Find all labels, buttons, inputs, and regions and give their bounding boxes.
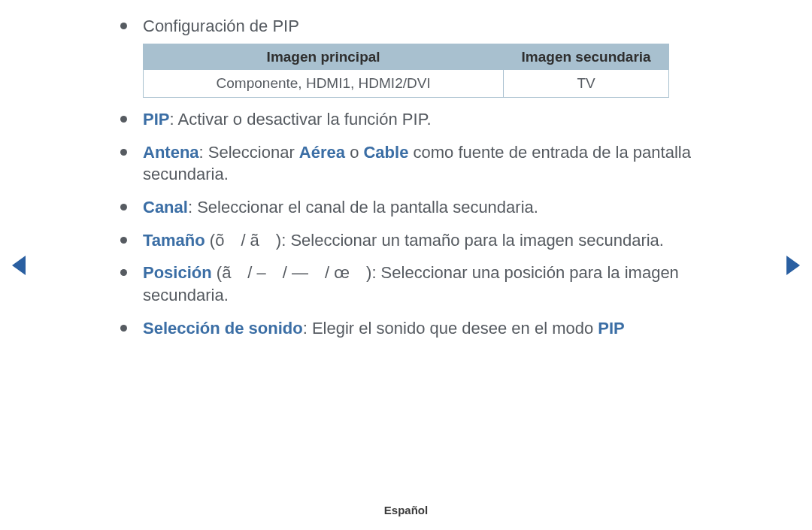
bullet-posicion: Posición (ã / – / — / œ ): Seleccionar u… bbox=[120, 262, 752, 306]
svg-marker-0 bbox=[12, 256, 26, 275]
label-canal: Canal bbox=[143, 198, 188, 217]
label-pip: PIP bbox=[143, 110, 169, 129]
label-tamano: Tamaño bbox=[143, 231, 205, 250]
symbols-posicion: (ã / – / — / œ ) bbox=[212, 263, 372, 282]
prev-page-arrow[interactable] bbox=[11, 254, 27, 277]
pip-table: Imagen principal Imagen secundaria Compo… bbox=[143, 44, 669, 98]
antena-pre: : Seleccionar bbox=[199, 143, 299, 162]
symbols-tamano: (õ / ã ) bbox=[205, 231, 281, 250]
antena-opt1: Aérea bbox=[299, 143, 345, 162]
triangle-left-icon bbox=[11, 254, 27, 277]
desc-pip: : Activar o desactivar la función PIP. bbox=[169, 110, 431, 129]
footer-language: Español bbox=[0, 503, 812, 518]
triangle-right-icon bbox=[785, 254, 801, 277]
desc-sonido: : Elegir el sonido que desee en el modo bbox=[303, 319, 598, 338]
bullet-canal: Canal: Seleccionar el canal de la pantal… bbox=[120, 196, 752, 219]
bullet-pip: PIP: Activar o desactivar la función PIP… bbox=[120, 108, 752, 131]
label-antena: Antena bbox=[143, 143, 199, 162]
bullet-tamano: Tamaño (õ / ã ): Seleccionar un tamaño p… bbox=[120, 229, 752, 252]
desc-canal: : Seleccionar el canal de la pantalla se… bbox=[188, 198, 538, 217]
table-header-row: Imagen principal Imagen secundaria bbox=[144, 44, 669, 71]
svg-marker-1 bbox=[786, 256, 800, 275]
bullet-sonido: Selección de sonido: Elegir el sonido qu… bbox=[120, 317, 752, 340]
label-sonido: Selección de sonido bbox=[143, 319, 303, 338]
antena-opt2: Cable bbox=[363, 143, 408, 162]
antena-mid: o bbox=[345, 143, 363, 162]
bullet-title: Configuración de PIP Imagen principal Im… bbox=[120, 15, 752, 98]
td-secundaria: TV bbox=[504, 70, 669, 97]
title-text: Configuración de PIP bbox=[143, 17, 299, 35]
label-posicion: Posición bbox=[143, 263, 212, 282]
desc-tamano: : Seleccionar un tamaño para la imagen s… bbox=[281, 231, 664, 250]
th-imagen-principal: Imagen principal bbox=[144, 44, 504, 71]
bullet-antena: Antena: Seleccionar Aérea o Cable como f… bbox=[120, 141, 752, 186]
table-row: Componente, HDMI1, HDMI2/DVI TV bbox=[144, 70, 669, 97]
td-principal: Componente, HDMI1, HDMI2/DVI bbox=[144, 70, 504, 97]
th-imagen-secundaria: Imagen secundaria bbox=[504, 44, 669, 71]
next-page-arrow[interactable] bbox=[785, 254, 801, 277]
mode-sonido: PIP bbox=[598, 319, 624, 338]
